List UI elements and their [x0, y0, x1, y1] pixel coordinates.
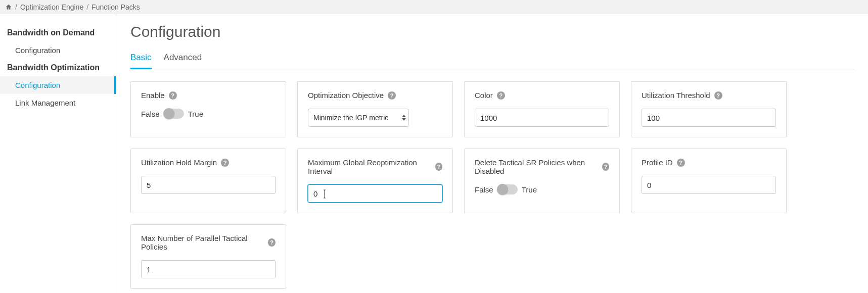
card-optimization-objective: Optimization Objective ? Minimize the IG… — [297, 81, 453, 137]
sidebar: Bandwidth on Demand Configuration Bandwi… — [0, 14, 116, 293]
label-color: Color — [475, 91, 493, 100]
card-max-parallel-tactical: Max Number of Parallel Tactical Policies… — [130, 224, 286, 289]
help-icon[interactable]: ? — [714, 91, 722, 100]
card-delete-tactical: Delete Tactical SR Policies when Disable… — [464, 149, 620, 213]
home-icon[interactable] — [5, 4, 12, 11]
label-optimization-objective: Optimization Objective — [308, 91, 384, 100]
max-parallel-tactical-input[interactable] — [141, 260, 276, 278]
page-title: Configuration — [130, 23, 854, 40]
sidebar-group-title-bod: Bandwidth on Demand — [0, 24, 116, 41]
breadcrumb-segment-1[interactable]: Function Packs — [92, 3, 140, 11]
breadcrumb-sep: / — [15, 3, 17, 11]
label-enable: Enable — [141, 91, 165, 100]
tabs: Basic Advanced — [130, 50, 854, 69]
tab-advanced[interactable]: Advanced — [164, 50, 202, 69]
profile-id-input[interactable] — [642, 176, 776, 194]
toggle-false-label: False — [475, 185, 493, 194]
label-max-parallel-tactical: Max Number of Parallel Tactical Policies — [141, 234, 264, 251]
select-arrows-icon — [402, 115, 406, 121]
card-utilization-threshold: Utilization Threshold ? — [631, 81, 787, 137]
card-max-global-reopt-interval: Maximum Global Reoptimization Interval ? — [297, 149, 453, 213]
help-icon[interactable]: ? — [268, 238, 276, 247]
label-max-global-reopt-interval: Maximum Global Reoptimization Interval — [308, 158, 431, 175]
help-icon[interactable]: ? — [602, 163, 609, 171]
label-delete-tactical: Delete Tactical SR Policies when Disable… — [475, 158, 598, 175]
max-global-reopt-interval-input[interactable] — [308, 184, 442, 203]
utilization-hold-margin-input[interactable] — [141, 176, 276, 194]
card-color: Color ? — [464, 81, 620, 137]
delete-tactical-toggle[interactable] — [497, 184, 518, 194]
utilization-threshold-input[interactable] — [642, 109, 776, 127]
help-icon[interactable]: ? — [221, 159, 229, 167]
card-utilization-hold-margin: Utilization Hold Margin ? — [130, 149, 286, 213]
toggle-false-label: False — [141, 110, 160, 118]
label-profile-id: Profile ID — [642, 158, 673, 167]
help-icon[interactable]: ? — [435, 163, 442, 171]
breadcrumb-segment-0[interactable]: Optimization Engine — [20, 3, 83, 11]
toggle-true-label: True — [188, 110, 203, 118]
label-utilization-hold-margin: Utilization Hold Margin — [141, 158, 217, 167]
sidebar-item-bod-configuration[interactable]: Configuration — [0, 41, 116, 59]
breadcrumb-sep: / — [86, 3, 88, 11]
sidebar-item-bo-link-management[interactable]: Link Management — [0, 94, 116, 112]
help-icon[interactable]: ? — [497, 91, 505, 100]
help-icon[interactable]: ? — [169, 91, 177, 100]
enable-toggle[interactable] — [164, 109, 184, 119]
optimization-objective-select[interactable]: Minimize the IGP metric — [308, 109, 409, 127]
card-enable: Enable ? False True — [130, 81, 286, 137]
label-utilization-threshold: Utilization Threshold — [642, 91, 710, 100]
tab-basic[interactable]: Basic — [130, 50, 152, 69]
main: Configuration Basic Advanced Enable ? Fa… — [116, 14, 868, 293]
cards: Enable ? False True Optimization Objecti… — [130, 81, 854, 289]
help-icon[interactable]: ? — [677, 159, 685, 167]
card-profile-id: Profile ID ? — [631, 149, 787, 213]
sidebar-group-title-bo: Bandwidth Optimization — [0, 59, 116, 76]
breadcrumb: / Optimization Engine / Function Packs — [0, 0, 868, 14]
toggle-true-label: True — [522, 185, 537, 194]
optimization-objective-selected: Minimize the IGP metric — [313, 114, 388, 122]
help-icon[interactable]: ? — [388, 91, 396, 100]
sidebar-item-bo-configuration[interactable]: Configuration — [0, 76, 116, 94]
color-input[interactable] — [475, 109, 609, 127]
